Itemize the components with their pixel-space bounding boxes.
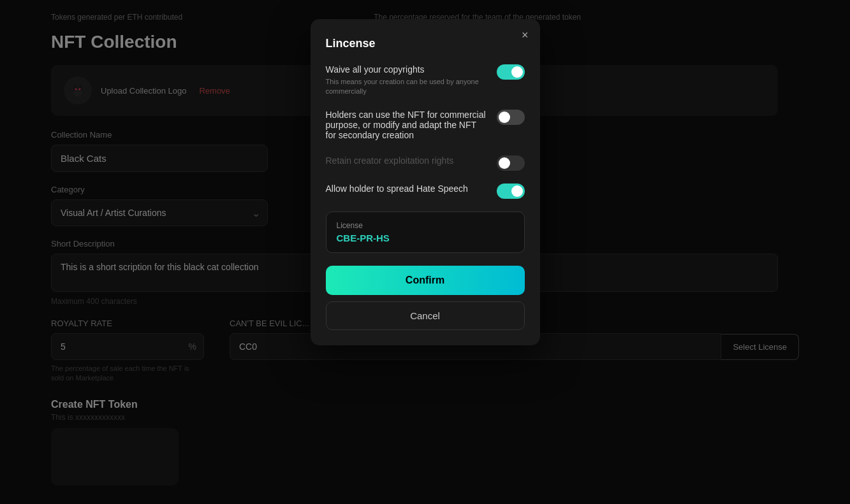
toggle-label-retain: Retain creator exploitation rights xyxy=(326,155,487,166)
confirm-button[interactable]: Confirm xyxy=(326,266,525,295)
toggle-label-group-hatespeech: Allow holder to spread Hate Speech xyxy=(326,184,487,196)
toggle-holders[interactable] xyxy=(497,110,525,125)
toggle-row-retain: Retain creator exploitation rights xyxy=(326,155,525,171)
license-box-value: CBE-PR-HS xyxy=(337,233,514,243)
modal-title: Lincense xyxy=(326,37,525,50)
toggle-label-group-holders: Holders can use the NFT for commercial p… xyxy=(326,110,487,143)
license-modal: Lincense × Waive all your copyrights Thi… xyxy=(311,19,540,345)
modal-overlay: Lincense × Waive all your copyrights Thi… xyxy=(0,0,850,504)
toggle-row-holders: Holders can use the NFT for commercial p… xyxy=(326,110,525,143)
toggle-label-hatespeech: Allow holder to spread Hate Speech xyxy=(326,184,487,194)
license-box: License CBE-PR-HS xyxy=(326,212,525,253)
toggle-waive[interactable] xyxy=(497,64,525,80)
toggle-track-retain xyxy=(497,155,525,171)
toggle-sublabel-waive: This means your creation can be used by … xyxy=(326,77,487,97)
toggle-label-waive: Waive all your copyrights xyxy=(326,64,487,75)
cancel-button[interactable]: Cancel xyxy=(326,301,525,330)
toggle-track-hatespeech[interactable] xyxy=(497,184,525,199)
toggle-label-holders: Holders can use the NFT for commercial p… xyxy=(326,110,487,140)
toggle-hatespeech[interactable] xyxy=(497,184,525,199)
toggle-thumb-retain xyxy=(499,157,510,169)
toggle-label-group-waive: Waive all your copyrights This means you… xyxy=(326,64,487,97)
toggle-row-waive: Waive all your copyrights This means you… xyxy=(326,64,525,97)
toggle-retain xyxy=(497,155,525,171)
toggle-label-group-retain: Retain creator exploitation rights xyxy=(326,155,487,168)
toggle-thumb-hatespeech xyxy=(511,185,523,197)
toggle-track-holders[interactable] xyxy=(497,110,525,125)
toggle-row-hatespeech: Allow holder to spread Hate Speech xyxy=(326,184,525,199)
modal-close-button[interactable]: × xyxy=(522,29,529,41)
toggle-track-waive[interactable] xyxy=(497,64,525,80)
toggle-thumb-waive xyxy=(511,66,523,78)
toggle-thumb-holders xyxy=(499,112,510,123)
license-box-label: License xyxy=(337,221,514,230)
